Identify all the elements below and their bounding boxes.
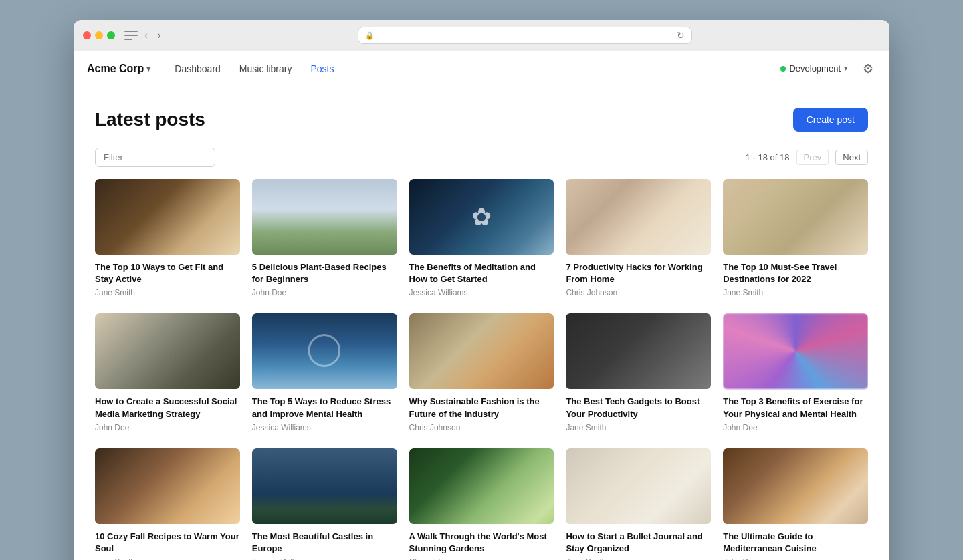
- sidebar-toggle-icon[interactable]: [124, 31, 138, 40]
- post-image: [723, 313, 868, 389]
- post-author: Chris Johnson: [409, 557, 554, 560]
- post-image: [95, 313, 240, 389]
- post-author: Jane Smith: [566, 423, 711, 432]
- post-image: [566, 313, 711, 389]
- forward-button[interactable]: ›: [154, 28, 163, 43]
- app-navigation: Acme Corp ▾ Dashboard Music library Post…: [74, 51, 889, 86]
- post-title: The Best Tech Gadgets to Boost Your Prod…: [566, 396, 711, 420]
- env-label: Development: [789, 63, 841, 74]
- maximize-button[interactable]: [107, 31, 115, 39]
- post-card[interactable]: 7 Productivity Hacks for Working From Ho…: [566, 179, 711, 301]
- environment-selector[interactable]: Development ▾: [775, 61, 853, 76]
- post-info: The Top 3 Benefits of Exercise for Your …: [723, 389, 868, 436]
- post-author: John Doe: [252, 288, 397, 297]
- post-image: [252, 448, 397, 524]
- nav-links: Dashboard Music library Posts: [167, 59, 775, 78]
- post-title: The Benefits of Meditation and How to Ge…: [409, 261, 554, 285]
- browser-controls: ‹ ›: [122, 28, 164, 43]
- posts-grid: The Top 10 Ways to Get Fit and Stay Acti…: [95, 179, 868, 560]
- post-image: [566, 448, 711, 524]
- post-title: 7 Productivity Hacks for Working From Ho…: [566, 261, 711, 285]
- settings-button[interactable]: ⚙: [860, 59, 876, 79]
- post-card[interactable]: The Top 10 Ways to Get Fit and Stay Acti…: [95, 179, 240, 301]
- nav-link-music-library[interactable]: Music library: [231, 59, 300, 78]
- post-card[interactable]: How to Create a Successful Social Media …: [95, 313, 240, 436]
- post-info: The Top 10 Must-See Travel Destinations …: [723, 255, 868, 301]
- post-info: 5 Delicious Plant-Based Recipes for Begi…: [252, 255, 397, 301]
- post-author: Jessica Williams: [252, 557, 397, 560]
- post-card[interactable]: A Walk Through the World's Most Stunning…: [409, 448, 554, 560]
- post-info: 10 Cozy Fall Recipes to Warm Your Soul J…: [95, 524, 240, 560]
- post-title: 5 Delicious Plant-Based Recipes for Begi…: [252, 261, 397, 285]
- page-title: Latest posts: [95, 109, 205, 130]
- post-title: Why Sustainable Fashion is the Future of…: [409, 396, 554, 420]
- filter-input[interactable]: [95, 148, 215, 167]
- post-info: The Most Beautiful Castles in Europe Jes…: [252, 524, 397, 560]
- main-content: Latest posts Create post 1 - 18 of 18 Pr…: [74, 86, 889, 560]
- post-card[interactable]: The Ultimate Guide to Mediterranean Cuis…: [723, 448, 868, 560]
- post-info: How to Create a Successful Social Media …: [95, 389, 240, 436]
- url-input[interactable]: interval.com/dashboard/acme/develop/acti…: [379, 31, 673, 41]
- post-author: Jane Smith: [566, 557, 711, 560]
- post-info: A Walk Through the World's Most Stunning…: [409, 524, 554, 560]
- post-image: [95, 448, 240, 524]
- lock-icon: 🔒: [365, 31, 374, 40]
- post-image: [252, 179, 397, 255]
- post-image: [723, 179, 868, 255]
- post-author: Jane Smith: [95, 557, 240, 560]
- post-card[interactable]: The Top 5 Ways to Reduce Stress and Impr…: [252, 313, 397, 436]
- post-author: Jessica Williams: [409, 288, 554, 297]
- post-card[interactable]: The Benefits of Meditation and How to Ge…: [409, 179, 554, 301]
- post-image: [409, 448, 554, 524]
- post-card[interactable]: The Most Beautiful Castles in Europe Jes…: [252, 448, 397, 560]
- post-title: The Top 10 Ways to Get Fit and Stay Acti…: [95, 261, 240, 285]
- post-author: Chris Johnson: [566, 288, 711, 297]
- address-bar[interactable]: 🔒 interval.com/dashboard/acme/develop/ac…: [358, 27, 692, 44]
- brand-name: Acme Corp: [87, 63, 144, 75]
- browser-chrome: ‹ › 🔒 interval.com/dashboard/acme/develo…: [74, 20, 889, 51]
- post-info: 7 Productivity Hacks for Working From Ho…: [566, 255, 711, 301]
- pagination-count: 1 - 18 of 18: [746, 152, 790, 162]
- post-image: [95, 179, 240, 255]
- post-card[interactable]: Why Sustainable Fashion is the Future of…: [409, 313, 554, 436]
- post-info: The Top 10 Ways to Get Fit and Stay Acti…: [95, 255, 240, 301]
- post-author: Jessica Williams: [252, 423, 397, 432]
- back-button[interactable]: ‹: [142, 28, 150, 43]
- post-image: [409, 179, 554, 255]
- reload-button[interactable]: ↻: [677, 30, 685, 41]
- nav-link-posts[interactable]: Posts: [302, 59, 342, 78]
- post-title: The Top 5 Ways to Reduce Stress and Impr…: [252, 396, 397, 420]
- minimize-button[interactable]: [95, 31, 103, 39]
- post-author: John Doe: [95, 423, 240, 432]
- post-title: How to Start a Bullet Journal and Stay O…: [566, 531, 711, 555]
- app-brand[interactable]: Acme Corp ▾: [87, 63, 150, 75]
- post-card[interactable]: 5 Delicious Plant-Based Recipes for Begi…: [252, 179, 397, 301]
- prev-page-button[interactable]: Prev: [796, 150, 829, 165]
- env-status-dot: [780, 66, 786, 72]
- post-info: The Ultimate Guide to Mediterranean Cuis…: [723, 524, 868, 560]
- brand-chevron-icon: ▾: [146, 64, 150, 74]
- post-image: [566, 179, 711, 255]
- post-title: The Top 10 Must-See Travel Destinations …: [723, 261, 868, 285]
- nav-link-dashboard[interactable]: Dashboard: [167, 59, 229, 78]
- page-header: Latest posts Create post: [95, 108, 868, 132]
- next-page-button[interactable]: Next: [835, 150, 868, 165]
- post-card[interactable]: The Top 3 Benefits of Exercise for Your …: [723, 313, 868, 436]
- post-card[interactable]: The Best Tech Gadgets to Boost Your Prod…: [566, 313, 711, 436]
- post-author: John Doe: [723, 423, 868, 432]
- post-image: [409, 313, 554, 389]
- post-title: 10 Cozy Fall Recipes to Warm Your Soul: [95, 531, 240, 555]
- post-title: A Walk Through the World's Most Stunning…: [409, 531, 554, 555]
- post-card[interactable]: The Top 10 Must-See Travel Destinations …: [723, 179, 868, 301]
- post-author: Jane Smith: [723, 288, 868, 297]
- traffic-lights: [83, 31, 115, 39]
- close-button[interactable]: [83, 31, 91, 39]
- nav-right: Development ▾ ⚙: [775, 59, 876, 79]
- create-post-button[interactable]: Create post: [793, 108, 868, 132]
- browser-window: ‹ › 🔒 interval.com/dashboard/acme/develo…: [74, 20, 889, 560]
- post-image: [252, 313, 397, 389]
- post-author: John Doe: [723, 557, 868, 560]
- post-info: How to Start a Bullet Journal and Stay O…: [566, 524, 711, 560]
- post-card[interactable]: 10 Cozy Fall Recipes to Warm Your Soul J…: [95, 448, 240, 560]
- post-card[interactable]: How to Start a Bullet Journal and Stay O…: [566, 448, 711, 560]
